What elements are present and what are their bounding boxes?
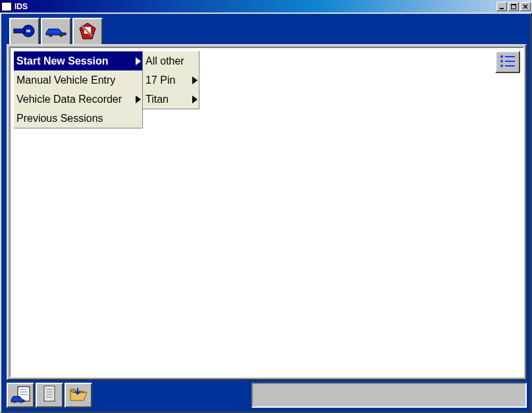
menu-item-label: 17 Pin [146,74,175,86]
svg-rect-7 [26,30,30,32]
home-tab[interactable] [9,18,40,45]
open-folder-button[interactable] [65,383,92,408]
car-sheet-icon [10,385,31,406]
svg-point-24 [20,400,22,403]
svg-point-17 [500,65,503,67]
receipt-icon [41,385,57,406]
folder-open-icon [68,386,88,405]
list-icon [499,54,516,70]
window-title: IDS [14,2,28,11]
sub-menu: All other 17 Pin Titan [143,51,200,109]
menu-item-label: All other [146,55,184,67]
chevron-right-icon [192,76,198,84]
top-toolbar [9,18,104,47]
titlebar: IDS [0,0,532,13]
menu-item-vehicle-data-recorder[interactable]: Vehicle Data Recorder [14,90,142,109]
svg-point-8 [49,33,53,37]
menu-item-label: Manual Vehicle Entry [16,74,115,86]
svg-rect-0 [500,8,504,9]
vehicle-info-button[interactable] [7,383,34,408]
status-bar [252,383,527,408]
menu-item-label: Vehicle Data Recorder [16,94,122,105]
close-button[interactable] [520,2,531,11]
list-view-button[interactable] [495,51,520,73]
menu-item-label: Titan [146,94,169,105]
maximize-button[interactable] [508,2,519,11]
menu-item-manual-vehicle-entry[interactable]: Manual Vehicle Entry [14,70,142,90]
svg-point-9 [59,33,63,37]
app-body: Start New Session Manual Vehicle Entry V… [0,13,532,413]
submenu-item-all-other[interactable]: All other [143,51,199,70]
content-frame: Start New Session Manual Vehicle Entry V… [7,44,527,380]
toolbox-icon [78,22,97,42]
submenu-item-17-pin[interactable]: 17 Pin [143,70,199,90]
app-icon [1,2,12,11]
svg-rect-2 [511,4,516,5]
svg-point-13 [500,55,503,58]
vehicle-tab[interactable] [41,18,71,47]
svg-rect-6 [14,29,24,33]
home-arrow-icon [13,23,36,41]
svg-rect-14 [505,56,515,57]
tools-tab[interactable] [72,18,103,45]
content-panel: Start New Session Manual Vehicle Entry V… [9,47,524,377]
bottom-toolbar [7,383,93,408]
svg-point-15 [500,60,503,63]
menu-item-previous-sessions[interactable]: Previous Sessions [14,109,142,128]
log-button[interactable] [36,383,63,408]
svg-rect-18 [505,65,515,67]
menu-item-label: Previous Sessions [16,113,103,124]
main-menu: Start New Session Manual Vehicle Entry V… [13,51,143,128]
chevron-right-icon [136,57,141,65]
chevron-right-icon [192,96,198,103]
chevron-right-icon [136,96,141,103]
svg-rect-16 [505,61,515,62]
minimize-button[interactable] [496,2,507,11]
car-icon [44,26,68,40]
submenu-item-titan[interactable]: Titan [143,90,199,109]
menu-item-start-new-session[interactable]: Start New Session [14,51,142,70]
menu-item-label: Start New Session [16,55,109,67]
svg-point-23 [13,400,16,403]
